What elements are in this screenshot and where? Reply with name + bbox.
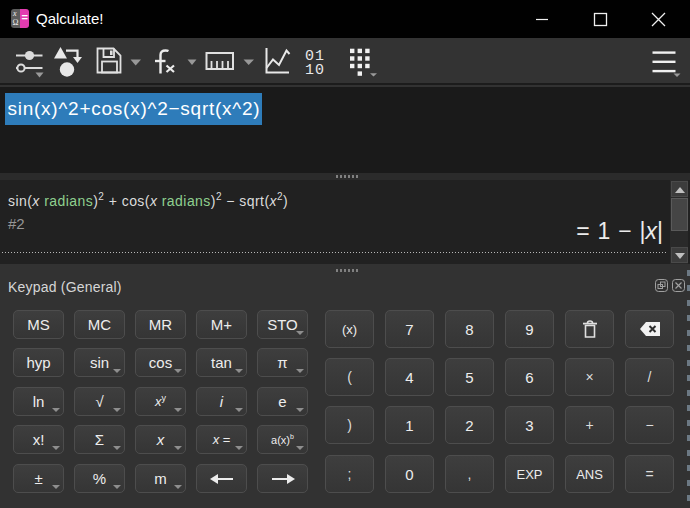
svg-text:10: 10 (305, 62, 325, 79)
